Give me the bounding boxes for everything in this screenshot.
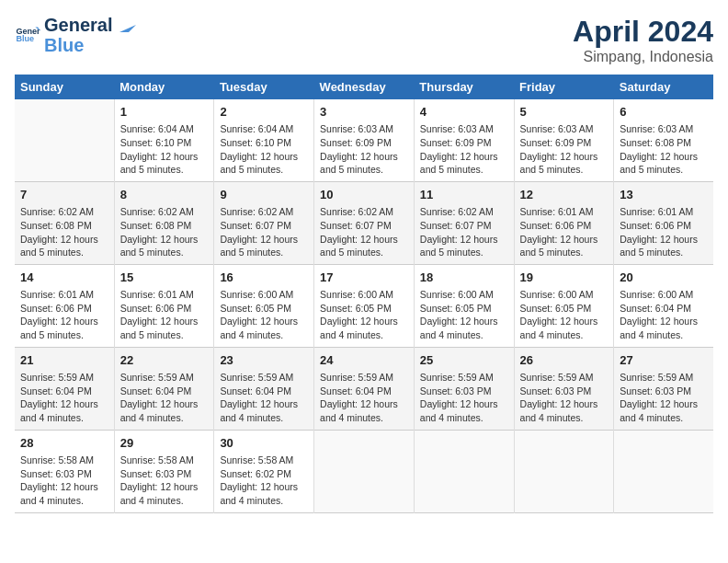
day-cell: 12Sunrise: 6:01 AMSunset: 6:06 PMDayligh… [514,181,614,264]
day-cell: 7Sunrise: 6:02 AMSunset: 6:08 PMDaylight… [15,181,114,264]
day-info: Sunrise: 5:59 AMSunset: 6:04 PMDaylight:… [320,371,408,425]
day-cell: 24Sunrise: 5:59 AMSunset: 6:04 PMDayligh… [314,347,415,430]
day-info: Sunrise: 6:03 AMSunset: 6:09 PMDaylight:… [520,122,609,177]
day-info: Sunrise: 6:04 AMSunset: 6:10 PMDaylight:… [120,122,209,177]
day-cell: 9Sunrise: 6:02 AMSunset: 6:07 PMDaylight… [214,181,314,264]
logo-blue: Blue [44,35,136,55]
day-cell: 6Sunrise: 6:03 AMSunset: 6:08 PMDaylight… [614,99,713,181]
day-number: 30 [220,435,308,452]
day-number: 25 [420,352,508,369]
day-cell [414,430,514,512]
day-info: Sunrise: 5:58 AMSunset: 6:02 PMDaylight:… [220,454,308,508]
logo: General Blue General Blue [15,15,136,55]
day-number: 10 [320,187,408,203]
day-number: 14 [20,270,108,286]
day-info: Sunrise: 5:59 AMSunset: 6:04 PMDaylight:… [220,371,308,425]
day-number: 3 [320,104,408,121]
day-number: 18 [420,270,508,286]
day-info: Sunrise: 6:02 AMSunset: 6:08 PMDaylight:… [20,205,108,259]
day-info: Sunrise: 6:01 AMSunset: 6:06 PMDaylight:… [20,288,108,342]
day-cell: 17Sunrise: 6:00 AMSunset: 6:05 PMDayligh… [314,264,415,347]
day-info: Sunrise: 5:59 AMSunset: 6:03 PMDaylight:… [520,371,609,425]
day-info: Sunrise: 6:04 AMSunset: 6:10 PMDaylight:… [220,122,308,177]
day-info: Sunrise: 6:02 AMSunset: 6:07 PMDaylight:… [320,205,408,259]
day-header-tuesday: Tuesday [214,75,314,99]
day-number: 20 [620,270,708,286]
day-cell: 20Sunrise: 6:00 AMSunset: 6:04 PMDayligh… [614,264,713,347]
header: General Blue General Blue April 2024 Sim… [15,15,713,65]
day-info: Sunrise: 6:02 AMSunset: 6:08 PMDaylight:… [120,205,209,259]
week-row-3: 14Sunrise: 6:01 AMSunset: 6:06 PMDayligh… [15,264,713,347]
day-info: Sunrise: 5:59 AMSunset: 6:04 PMDaylight:… [20,371,108,425]
day-number: 28 [20,435,108,452]
day-number: 2 [220,104,308,121]
day-info: Sunrise: 5:59 AMSunset: 6:04 PMDaylight:… [120,371,209,425]
day-info: Sunrise: 6:00 AMSunset: 6:05 PMDaylight:… [220,288,308,342]
day-cell: 26Sunrise: 5:59 AMSunset: 6:03 PMDayligh… [514,347,614,430]
calendar-table: SundayMondayTuesdayWednesdayThursdayFrid… [15,75,713,513]
title-area: April 2024 Simpang, Indonesia [573,15,713,65]
day-cell: 30Sunrise: 5:58 AMSunset: 6:02 PMDayligh… [214,430,314,512]
day-cell: 14Sunrise: 6:01 AMSunset: 6:06 PMDayligh… [15,264,114,347]
day-number: 11 [420,187,508,203]
day-cell: 27Sunrise: 5:59 AMSunset: 6:03 PMDayligh… [614,347,713,430]
day-info: Sunrise: 6:01 AMSunset: 6:06 PMDaylight:… [120,288,209,342]
day-cell [614,430,713,512]
day-info: Sunrise: 5:58 AMSunset: 6:03 PMDaylight:… [120,454,209,508]
day-header-wednesday: Wednesday [314,75,415,99]
day-number: 4 [420,104,508,121]
day-number: 9 [220,187,308,203]
day-number: 24 [320,352,408,369]
day-info: Sunrise: 6:02 AMSunset: 6:07 PMDaylight:… [220,205,308,259]
day-header-sunday: Sunday [15,75,114,99]
day-number: 8 [120,187,209,203]
day-info: Sunrise: 6:01 AMSunset: 6:06 PMDaylight:… [520,205,609,259]
week-row-4: 21Sunrise: 5:59 AMSunset: 6:04 PMDayligh… [15,347,713,430]
day-info: Sunrise: 6:00 AMSunset: 6:05 PMDaylight:… [520,288,609,342]
week-row-5: 28Sunrise: 5:58 AMSunset: 6:03 PMDayligh… [15,430,713,512]
day-cell: 19Sunrise: 6:00 AMSunset: 6:05 PMDayligh… [514,264,614,347]
day-cell: 10Sunrise: 6:02 AMSunset: 6:07 PMDayligh… [314,181,415,264]
day-info: Sunrise: 6:03 AMSunset: 6:09 PMDaylight:… [320,122,408,177]
day-cell [15,99,114,181]
day-header-monday: Monday [114,75,214,99]
day-number: 29 [120,435,209,452]
day-number: 5 [520,104,609,121]
logo-bird-icon [119,21,136,32]
day-cell [514,430,614,512]
day-cell: 8Sunrise: 6:02 AMSunset: 6:08 PMDaylight… [114,181,214,264]
day-info: Sunrise: 5:58 AMSunset: 6:03 PMDaylight:… [20,454,108,508]
day-number: 26 [520,352,609,369]
week-row-2: 7Sunrise: 6:02 AMSunset: 6:08 PMDaylight… [15,181,713,264]
day-cell: 5Sunrise: 6:03 AMSunset: 6:09 PMDaylight… [514,99,614,181]
day-number: 19 [520,270,609,286]
calendar-subtitle: Simpang, Indonesia [573,49,713,65]
day-number: 13 [620,187,708,203]
day-info: Sunrise: 6:00 AMSunset: 6:05 PMDaylight:… [320,288,408,342]
svg-text:Blue: Blue [16,34,34,43]
day-cell: 25Sunrise: 5:59 AMSunset: 6:03 PMDayligh… [414,347,514,430]
day-number: 27 [620,352,708,369]
day-number: 15 [120,270,209,286]
day-cell [314,430,415,512]
day-number: 21 [20,352,108,369]
week-row-1: 1Sunrise: 6:04 AMSunset: 6:10 PMDaylight… [15,99,713,181]
day-number: 6 [620,104,708,121]
day-number: 16 [220,270,308,286]
day-cell: 13Sunrise: 6:01 AMSunset: 6:06 PMDayligh… [614,181,713,264]
day-cell: 3Sunrise: 6:03 AMSunset: 6:09 PMDaylight… [314,99,415,181]
day-cell: 4Sunrise: 6:03 AMSunset: 6:09 PMDaylight… [414,99,514,181]
day-info: Sunrise: 5:59 AMSunset: 6:03 PMDaylight:… [420,371,508,425]
day-cell: 2Sunrise: 6:04 AMSunset: 6:10 PMDaylight… [214,99,314,181]
day-number: 12 [520,187,609,203]
day-info: Sunrise: 6:03 AMSunset: 6:08 PMDaylight:… [620,122,708,177]
day-cell: 11Sunrise: 6:02 AMSunset: 6:07 PMDayligh… [414,181,514,264]
logo-icon: General Blue [15,22,40,48]
day-info: Sunrise: 6:01 AMSunset: 6:06 PMDaylight:… [620,205,708,259]
day-number: 23 [220,352,308,369]
day-header-thursday: Thursday [414,75,514,99]
day-info: Sunrise: 5:59 AMSunset: 6:03 PMDaylight:… [620,371,708,425]
day-cell: 18Sunrise: 6:00 AMSunset: 6:05 PMDayligh… [414,264,514,347]
days-header-row: SundayMondayTuesdayWednesdayThursdayFrid… [15,75,713,99]
day-info: Sunrise: 6:00 AMSunset: 6:05 PMDaylight:… [420,288,508,342]
